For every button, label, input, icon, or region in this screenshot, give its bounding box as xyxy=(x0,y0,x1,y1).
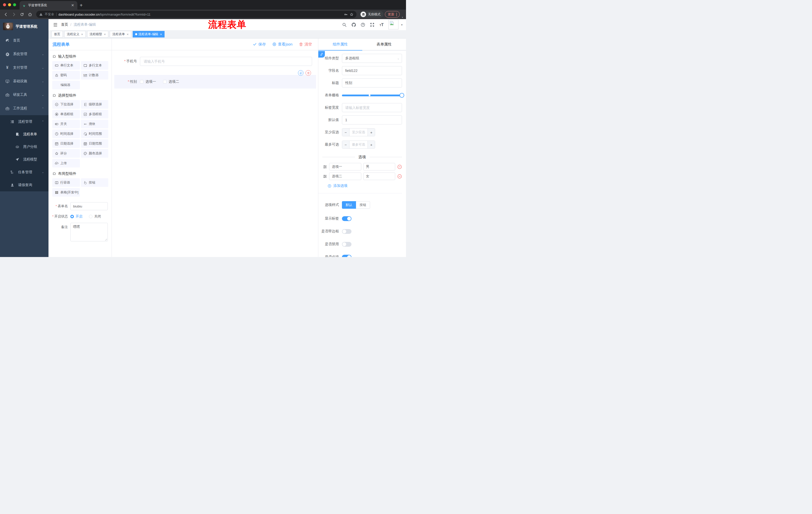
copy-item-button[interactable] xyxy=(298,70,303,76)
form-remark-textarea[interactable]: 嘿嘿 xyxy=(70,223,108,241)
show-label-toggle[interactable] xyxy=(342,216,351,221)
chip-multi-line-text[interactable]: 多行文本 xyxy=(81,61,109,70)
component-type-value[interactable] xyxy=(342,54,402,63)
chip-color-picker[interactable]: 颜色选择 xyxy=(81,149,109,158)
sidebar-item-process-model[interactable]: 流程模型 xyxy=(0,153,49,166)
tag-process-form[interactable]: 流程表单× xyxy=(110,31,131,37)
tag-home[interactable]: 首页 xyxy=(52,31,63,37)
avatar-caret-icon[interactable]: ▾ xyxy=(401,23,403,26)
window-zoom-button[interactable] xyxy=(13,3,16,6)
tag-process-definition[interactable]: 流程定义× xyxy=(64,31,86,37)
sidebar-item-leave-query[interactable]: 请假查询 xyxy=(0,179,49,191)
chrome-update-button[interactable]: 更新 xyxy=(385,11,400,18)
required-toggle[interactable] xyxy=(342,255,351,257)
gender-option-1[interactable]: 选项一 xyxy=(140,79,156,84)
sidebar-item-devtools[interactable]: 研发工具 ⌄ xyxy=(0,88,49,102)
min-select-placeholder[interactable]: 至少应选 xyxy=(349,129,368,136)
sidebar-item-payment[interactable]: ¥ 支付管理 ⌄ xyxy=(0,61,49,75)
border-toggle[interactable] xyxy=(342,229,351,234)
gender-field-row-selected[interactable]: 性别 选项一 选项二 xyxy=(114,75,316,88)
bookmark-star-icon[interactable] xyxy=(350,12,353,16)
chrome-menu-icon[interactable] xyxy=(396,13,397,16)
chip-button[interactable]: 按钮 xyxy=(81,178,109,187)
stepper-plus-button[interactable]: + xyxy=(368,129,375,136)
option-2-text-input[interactable] xyxy=(329,172,361,180)
form-grid-slider[interactable] xyxy=(342,91,402,100)
home-icon[interactable] xyxy=(27,11,33,18)
new-tab-button[interactable]: + xyxy=(77,1,85,9)
sidebar-fold-icon[interactable] xyxy=(52,21,59,28)
chip-single-line-text[interactable]: 单行文本 xyxy=(52,61,80,70)
url-text[interactable]: dashboard.yudao.iocoder.cn/bpm/manager/f… xyxy=(59,12,342,16)
status-radio-on[interactable]: 开启 xyxy=(70,214,82,219)
drag-handle-icon[interactable] xyxy=(323,165,327,169)
chip-checkbox-group[interactable]: 多选框组 xyxy=(81,110,109,118)
slider-handle[interactable] xyxy=(400,93,404,98)
field-name-input[interactable] xyxy=(342,66,402,75)
checkbox-box[interactable] xyxy=(140,80,143,83)
drag-handle-icon[interactable] xyxy=(323,174,327,179)
sidebar-item-workflow[interactable]: 工作流程 ⌃ xyxy=(0,102,49,115)
chip-select[interactable]: 下拉选择 xyxy=(52,100,80,109)
chip-time-range[interactable]: 时间范围 xyxy=(81,130,109,138)
title-input[interactable] xyxy=(342,78,402,87)
stepper-minus-button[interactable]: − xyxy=(342,129,349,136)
tab-close-icon[interactable]: ✕ xyxy=(70,3,75,7)
tag-close-icon[interactable]: × xyxy=(104,32,106,36)
search-icon[interactable] xyxy=(342,22,347,27)
chip-password[interactable]: 密码 xyxy=(52,71,80,79)
chip-counter[interactable]: 123计数器 xyxy=(81,71,109,79)
gender-option-2[interactable]: 选项二 xyxy=(163,79,179,84)
form-name-input[interactable] xyxy=(70,202,108,210)
sidebar-item-process-mgmt[interactable]: 流程管理 ⌃ xyxy=(0,115,49,128)
github-icon[interactable] xyxy=(351,22,356,27)
chip-rate[interactable]: 评分 xyxy=(52,149,80,158)
tag-close-icon[interactable]: × xyxy=(127,32,128,36)
chip-radio-group[interactable]: 单选框组 xyxy=(52,110,80,118)
chip-date-picker[interactable]: 日期选择 xyxy=(52,139,80,148)
address-bar[interactable]: 不安全 dashboard.yudao.iocoder.cn/bpm/manag… xyxy=(36,11,356,18)
chip-switch[interactable]: 开关 xyxy=(52,120,80,128)
chip-cascader[interactable]: 级联选择 xyxy=(81,100,109,109)
tag-close-icon[interactable]: × xyxy=(160,32,162,36)
slider-track[interactable] xyxy=(342,94,402,96)
sidebar-item-user-group[interactable]: 用户分组 xyxy=(0,141,49,153)
help-icon[interactable] xyxy=(360,22,366,27)
chip-time-picker[interactable]: 时间选择 xyxy=(52,130,80,138)
sidebar-logo[interactable]: 芋道管理系统 xyxy=(0,19,49,34)
chip-upload[interactable]: 上传 xyxy=(52,159,80,167)
stepper-minus-button[interactable]: − xyxy=(342,141,349,148)
fullscreen-icon[interactable] xyxy=(370,22,375,27)
disabled-toggle[interactable] xyxy=(342,242,351,247)
view-json-button[interactable]: 查看json xyxy=(272,42,292,47)
add-option-button[interactable]: 添加选项 xyxy=(318,184,402,188)
clear-button[interactable]: 清空 xyxy=(299,42,312,47)
forward-icon[interactable] xyxy=(10,11,17,18)
max-select-placeholder[interactable]: 最多可选 xyxy=(349,141,368,148)
chip-editor[interactable]: 编辑器 xyxy=(52,81,80,89)
sidebar-item-home[interactable]: 首页 xyxy=(0,34,49,47)
security-label[interactable]: 不安全 xyxy=(45,12,54,17)
window-minimize-button[interactable] xyxy=(8,3,11,6)
tab-form-props[interactable]: 表单属性 xyxy=(362,38,406,51)
status-radio-off[interactable]: 关闭 xyxy=(89,214,101,219)
window-close-button[interactable] xyxy=(3,3,6,6)
default-value-input[interactable] xyxy=(342,115,402,125)
chip-row-container[interactable]: 行容器 xyxy=(52,178,80,187)
option-style-button[interactable]: 按钮 xyxy=(356,201,370,209)
option-1-text-input[interactable] xyxy=(329,163,361,170)
option-style-default[interactable]: 默认 xyxy=(342,201,356,209)
sidebar-item-infra[interactable]: 基础设施 ⌄ xyxy=(0,75,49,88)
breadcrumb-home[interactable]: 首页 xyxy=(61,22,68,27)
link-tag[interactable] xyxy=(318,51,325,58)
password-key-icon[interactable] xyxy=(344,12,348,16)
browser-tab[interactable]: 芋道管理系统 ✕ xyxy=(20,1,77,9)
reload-icon[interactable] xyxy=(19,11,25,18)
option-2-value-input[interactable] xyxy=(363,172,396,180)
avatar[interactable] xyxy=(388,20,399,29)
sidebar-item-system[interactable]: 系统管理 ⌄ xyxy=(0,47,49,61)
sidebar-item-process-form[interactable]: 流程表单 xyxy=(0,128,49,141)
tag-close-icon[interactable]: × xyxy=(81,32,83,36)
remove-option-icon[interactable] xyxy=(397,164,402,169)
phone-input[interactable] xyxy=(140,57,312,66)
